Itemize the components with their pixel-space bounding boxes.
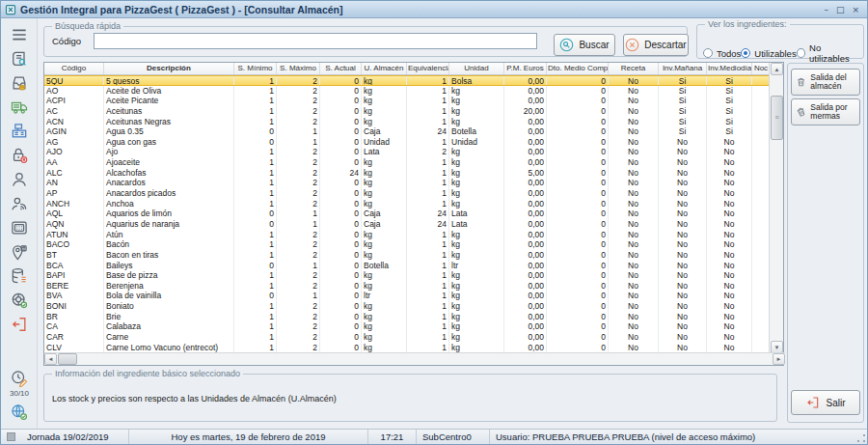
code-input[interactable]	[94, 33, 537, 49]
column-header[interactable]: Inv.Mediodía	[707, 63, 752, 74]
table-row[interactable]: ANCHAnchoa120kg1kg0,000NoNoNo	[44, 199, 771, 209]
table-row[interactable]: APAnacardos picados120kg1kg0,000NoNoNo	[44, 188, 771, 199]
column-header[interactable]: S. Mínimo	[234, 63, 277, 74]
title-bar: Gestión Integral para PizzaGest ( PizzaG…	[1, 1, 867, 18]
table-row[interactable]: BONIBoniato120kg1kg0,000NoNoNo	[44, 301, 771, 312]
table-cell: 2	[277, 230, 320, 240]
sidebar-item-compras[interactable]	[7, 72, 32, 94]
table-row[interactable]: AQLAquarios de limón010Caja24Lata0,000No…	[44, 209, 771, 219]
table-cell: kg	[362, 250, 407, 261]
column-header[interactable]: Unidad	[449, 63, 504, 74]
sidebar-item-menu[interactable]	[7, 24, 32, 45]
table-row[interactable]: AAAjoaceite120kg1kg0,000NoNoNo	[44, 157, 771, 168]
salida-almacen-button[interactable]: Salida del almacén	[791, 69, 860, 96]
table-cell: No	[707, 239, 752, 250]
table-row[interactable]: ALCAlcachofas1224kg1kg5,000NoNoNo	[44, 168, 771, 179]
vertical-scrollbar[interactable]: ▲ ▼	[769, 63, 783, 353]
table-row[interactable]: BAPIBase de pizza120kg1kg0,000NoNoNo	[44, 270, 771, 281]
close-icon[interactable]: ×	[852, 3, 859, 16]
table-row[interactable]: AJOAjo120Lata2kg0,000NoNoNo	[44, 147, 771, 157]
table-cell: kg	[362, 117, 407, 127]
sidebar-item-soporte[interactable]	[7, 290, 32, 311]
column-header[interactable]: U. Almacén	[362, 63, 407, 74]
resize-grip[interactable]	[855, 432, 867, 444]
sidebar-item-empleados[interactable]	[7, 169, 32, 190]
table-cell: kg	[449, 281, 504, 292]
table-row[interactable]: ACPIAceite Picante120kg1kg0,000NoSiSi	[44, 96, 771, 106]
table-row[interactable]: BACOBacón120kg1kg0,000NoNoNo	[44, 239, 771, 250]
table-row[interactable]: 5QU5 quesos120kg1Bolsa0,000NoSiSi	[44, 75, 771, 86]
horizontal-scrollbar[interactable]: ◄ ►	[44, 352, 785, 365]
sidebar-item-fichajes[interactable]	[7, 193, 32, 214]
table-row[interactable]: ACAceitunas120kg1kg20,000NoSiSi	[44, 106, 771, 117]
table-row[interactable]: AQNAquarius de naranja010Caja24Lata0,000…	[44, 219, 771, 230]
scroll-right-icon[interactable]: ►	[773, 353, 785, 365]
cash-register-icon	[10, 122, 29, 141]
table-cell: Si	[707, 76, 752, 85]
sidebar-item-salir[interactable]	[7, 314, 32, 335]
column-header[interactable]: Inv.Mañana	[659, 63, 707, 74]
table-row[interactable]: CARCarne120kg1kg0,000NoNoNo	[44, 332, 771, 343]
table-cell: 1	[234, 76, 277, 85]
sidebar-item-seguridad[interactable]	[7, 145, 32, 166]
table-cell: Agua con gas	[104, 137, 234, 148]
column-header[interactable]: S. Máximo	[277, 63, 320, 74]
table-cell: Si	[707, 86, 752, 97]
column-header[interactable]: Código	[44, 63, 104, 74]
table-row[interactable]: ATUNAtún120kg1kg0,000NoNoNo	[44, 230, 771, 240]
table-cell: 0,00	[504, 312, 547, 322]
radio-no-utilizables[interactable]: No utilizables	[797, 42, 859, 64]
table-cell: No	[609, 137, 659, 148]
table-cell: No	[609, 312, 659, 322]
table-row[interactable]: ACNAceitunas Negras120kg1kg0,000NoSiSi	[44, 117, 771, 127]
table-row[interactable]: CLVCarne Lomo Vacuno (entrecot)120kg1kg0…	[44, 343, 771, 353]
radio-button-icon[interactable]	[741, 48, 750, 58]
radio-utilizables[interactable]: Utilizables	[741, 48, 796, 59]
maximize-icon[interactable]: □	[836, 3, 845, 16]
table-cell: No	[707, 209, 752, 219]
radio-todos[interactable]: Todos	[703, 48, 741, 59]
table-cell: kg	[362, 168, 407, 179]
column-header[interactable]: Receta	[609, 63, 659, 74]
sidebar-item-consultar[interactable]	[7, 48, 32, 70]
table-row[interactable]: AOAceite de Oliva120kg1kg0,000NoSiSi	[44, 86, 771, 97]
vertical-scroll-thumb[interactable]	[771, 96, 783, 140]
table-row[interactable]: AGAgua con gas010Unidad1Unidad0,000NoNoN…	[44, 137, 771, 148]
sidebar-item-caja[interactable]	[7, 121, 32, 142]
sidebar: 30/10	[1, 18, 38, 431]
sidebar-item-horario[interactable]	[7, 368, 32, 389]
table-row[interactable]: BTBacon en tiras120kg1kg0,000NoNoNo	[44, 250, 771, 261]
salida-mermas-button[interactable]: Salida por mermas	[791, 98, 860, 125]
table-cell: 2	[407, 147, 449, 157]
table-cell: No	[609, 291, 659, 301]
column-header[interactable]: P.M. Euros	[504, 63, 547, 74]
sidebar-item-datos[interactable]	[7, 265, 32, 287]
scroll-left-icon[interactable]: ◄	[44, 353, 57, 365]
sidebar-item-terminal[interactable]	[7, 217, 32, 238]
scroll-up-icon[interactable]: ▲	[771, 63, 783, 75]
descartar-button[interactable]: Descartar	[623, 34, 689, 56]
sidebar-item-reparto[interactable]	[7, 97, 32, 118]
column-header[interactable]: Dto. Medio Compra	[547, 63, 609, 74]
table-row[interactable]: AGINAgua 0.35010Caja24Botella0,000NoSiSi	[44, 126, 771, 137]
column-header[interactable]: Equivalencia	[407, 63, 449, 74]
sidebar-item-online[interactable]	[7, 402, 32, 423]
table-row[interactable]: ANAnacardos120kg1kg0,000NoNoNo	[44, 178, 771, 188]
sidebar-item-zonas[interactable]	[7, 241, 32, 263]
table-cell: AQL	[44, 209, 104, 219]
column-header[interactable]: Descripción	[104, 63, 234, 74]
table-cell: CLV	[44, 343, 104, 353]
table-cell: kg	[362, 188, 407, 199]
buscar-button[interactable]: Buscar	[554, 34, 615, 56]
column-header[interactable]: S. Actual	[320, 63, 362, 74]
table-row[interactable]: BEREBerenjena120kg1kg0,000NoNoNo	[44, 281, 771, 292]
salir-button[interactable]: Salir	[791, 390, 860, 415]
minimize-icon[interactable]: –	[824, 3, 828, 16]
horizontal-scroll-thumb[interactable]	[58, 353, 77, 365]
table-row[interactable]: BCABaileys010Botella1ltr0,000NoNoNo	[44, 261, 771, 271]
radio-button-icon[interactable]	[703, 48, 713, 58]
radio-button-icon[interactable]	[797, 48, 805, 58]
table-row[interactable]: CACalabaza120kg1kg0,000NoNoNo	[44, 321, 771, 332]
table-row[interactable]: BVABola de vainilla010ltr1kg0,000NoNoNo	[44, 291, 771, 301]
table-row[interactable]: BRBrie120kg1kg0,000NoNoNo	[44, 312, 771, 322]
